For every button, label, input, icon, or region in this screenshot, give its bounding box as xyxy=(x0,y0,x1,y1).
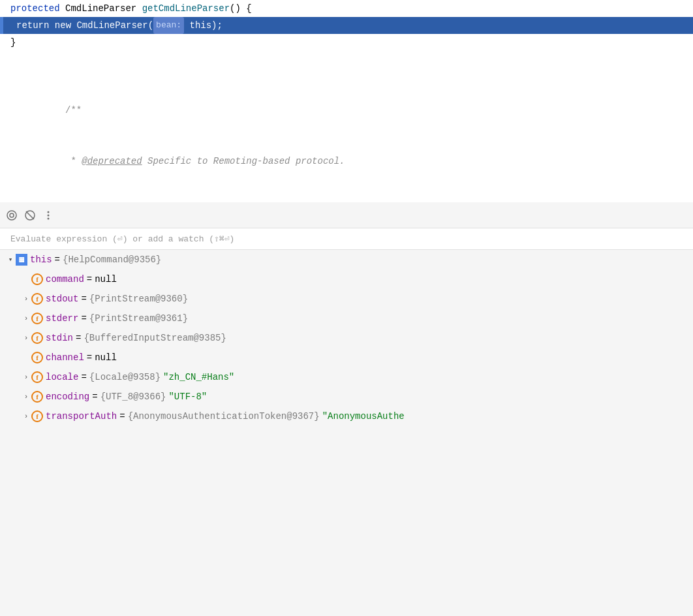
code-text-4: this); xyxy=(184,17,223,34)
svg-point-4 xyxy=(48,211,50,213)
field-icon-channel: f xyxy=(31,352,43,363)
var-value-command: null xyxy=(95,272,117,286)
chevron-right-stdin[interactable]: › xyxy=(21,331,31,345)
var-value-locale-obj: {Locale@9358} xyxy=(89,370,161,384)
var-name-this: this xyxy=(30,253,52,267)
code-line-3: } xyxy=(0,34,693,51)
chevron-right-transport-auth[interactable]: › xyxy=(21,409,31,424)
var-equals-stderr: = xyxy=(81,311,86,326)
more-options-icon[interactable] xyxy=(42,209,55,222)
comment-star: * xyxy=(43,156,82,166)
field-icon-stdout: f xyxy=(31,293,43,305)
var-row-locale[interactable]: › f locale = {Locale@9358} "zh_CN_#Hans" xyxy=(0,367,693,387)
var-row-stdin[interactable]: › f stdin = {BufferedInputStream@9385} xyxy=(0,328,693,348)
code-text-3: CmdLineParser( xyxy=(71,17,153,34)
empty-line-1 xyxy=(0,51,693,68)
class-icon-this: ▦ xyxy=(16,254,27,266)
code-line-2: return new CmdLineParser(bean: this); xyxy=(3,17,693,34)
empty-line-3 xyxy=(0,187,693,202)
comment-text: Specific to Remoting-based protocol. xyxy=(142,156,345,166)
keyword-return: return xyxy=(16,17,49,34)
param-label-bean: bean: xyxy=(153,17,184,34)
code-editor: protected CmdLineParser getCmdLineParser… xyxy=(0,0,693,202)
var-value-this: {HelpCommand@9356} xyxy=(63,253,161,267)
comment-start: /** xyxy=(43,105,82,116)
var-name-command: command xyxy=(46,272,84,286)
var-equals-stdin: = xyxy=(76,331,81,345)
var-value-stderr: {PrintStream@9361} xyxy=(89,311,188,326)
expression-placeholder: Evaluate expression (⏎) or add a watch (… xyxy=(10,234,234,244)
keyword-new: new xyxy=(55,17,71,34)
var-row-stdout[interactable]: › f stdout = {PrintStream@9360} xyxy=(0,289,693,309)
var-equals-stdout: = xyxy=(81,292,86,306)
expression-bar[interactable]: Evaluate expression (⏎) or add a watch (… xyxy=(0,228,693,250)
mute-icon[interactable] xyxy=(23,209,37,222)
var-row-transport-auth[interactable]: › f transportAuth = {AnonymousAuthentica… xyxy=(0,407,693,426)
svg-point-1 xyxy=(10,213,14,217)
var-value-encoding-str: "UTF-8" xyxy=(168,390,207,404)
watches-toolbar xyxy=(0,202,693,228)
empty-line-2 xyxy=(0,68,693,85)
chevron-down-this[interactable]: ▾ xyxy=(5,253,16,267)
var-equals-transport-auth: = xyxy=(119,409,125,424)
var-equals-this: = xyxy=(55,253,60,267)
svg-point-5 xyxy=(48,214,50,216)
field-icon-encoding: f xyxy=(31,391,43,403)
var-value-locale-str: "zh_CN_#Hans" xyxy=(163,370,234,384)
var-value-channel: null xyxy=(95,350,117,365)
var-name-stdin: stdin xyxy=(46,331,73,345)
field-icon-stderr: f xyxy=(31,313,43,324)
var-value-transport-auth-str: "AnonymousAuthe xyxy=(322,409,405,424)
field-icon-stdin: f xyxy=(31,332,43,344)
var-value-encoding-obj: {UTF_8@9366} xyxy=(100,390,166,404)
space xyxy=(49,17,54,34)
svg-point-6 xyxy=(48,217,50,219)
svg-line-3 xyxy=(26,211,34,219)
var-row-channel[interactable]: f channel = null xyxy=(0,348,693,367)
svg-point-0 xyxy=(7,211,16,220)
field-icon-command: f xyxy=(31,273,43,285)
highlighted-line-wrapper: return new CmdLineParser(bean: this); xyxy=(0,17,693,34)
chevron-right-stderr[interactable]: › xyxy=(21,311,31,326)
variables-panel: ▾ ▦ this = {HelpCommand@9356} f command … xyxy=(0,250,693,616)
var-name-transport-auth: transportAuth xyxy=(46,409,117,424)
var-name-stderr: stderr xyxy=(46,311,78,326)
method-name: getCmdLineParser xyxy=(142,0,230,17)
code-panel: protected CmdLineParser getCmdLineParser… xyxy=(0,0,693,202)
var-name-encoding: encoding xyxy=(46,390,89,404)
var-equals-encoding: = xyxy=(92,390,97,404)
var-equals-locale: = xyxy=(81,370,86,384)
var-row-stderr[interactable]: › f stderr = {PrintStream@9361} xyxy=(0,309,693,328)
comment-line-1: /** xyxy=(0,85,693,136)
var-name-channel: channel xyxy=(46,350,84,365)
var-value-transport-auth-obj: {AnonymousAuthenticationToken@9367} xyxy=(128,409,320,424)
watch-icon[interactable] xyxy=(5,209,18,222)
field-icon-transport-auth: f xyxy=(31,410,43,422)
var-equals-channel: = xyxy=(87,350,92,365)
code-text-2: () { xyxy=(230,0,252,17)
field-icon-locale: f xyxy=(31,371,43,383)
comment-line-2: * @deprecated Specific to Remoting-based… xyxy=(0,136,693,187)
var-name-stdout: stdout xyxy=(46,292,78,306)
debug-panel: Evaluate expression (⏎) or add a watch (… xyxy=(0,202,693,616)
var-name-locale: locale xyxy=(46,370,78,384)
keyword-protected: protected xyxy=(10,0,60,17)
code-text-1: CmdLineParser xyxy=(60,0,142,17)
closing-brace: } xyxy=(10,34,16,51)
var-equals-command: = xyxy=(87,272,92,286)
chevron-right-stdout[interactable]: › xyxy=(21,292,31,306)
var-row-command[interactable]: f command = null xyxy=(0,270,693,289)
chevron-right-locale[interactable]: › xyxy=(21,370,31,384)
var-value-stdout: {PrintStream@9360} xyxy=(89,292,188,306)
deprecated-tag: @deprecated xyxy=(82,156,142,166)
code-line-1: protected CmdLineParser getCmdLineParser… xyxy=(0,0,693,17)
var-row-this[interactable]: ▾ ▦ this = {HelpCommand@9356} xyxy=(0,250,693,270)
chevron-right-encoding[interactable]: › xyxy=(21,390,31,404)
var-value-stdin: {BufferedInputStream@9385} xyxy=(84,331,226,345)
var-row-encoding[interactable]: › f encoding = {UTF_8@9366} "UTF-8" xyxy=(0,387,693,407)
